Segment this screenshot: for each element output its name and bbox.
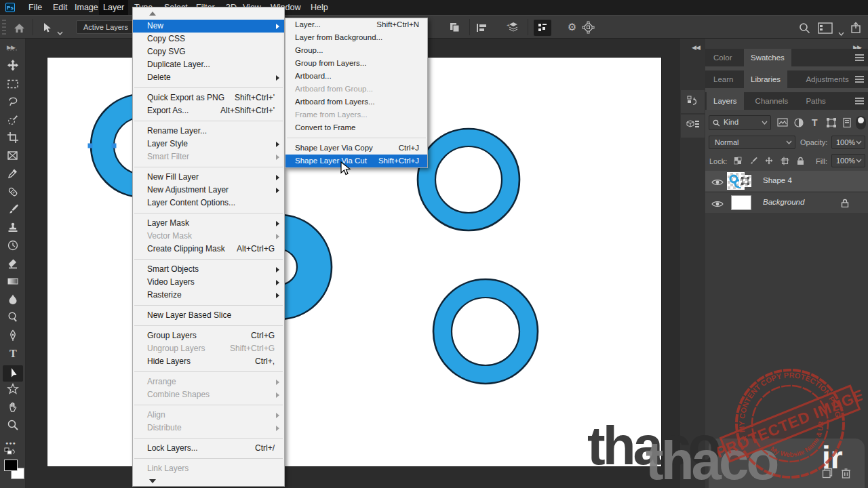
foreground-color-swatch[interactable] xyxy=(4,460,18,471)
tab-channels[interactable]: Channels xyxy=(749,92,795,110)
move-tool[interactable] xyxy=(7,60,19,72)
menu-item-new[interactable]: New xyxy=(133,20,284,33)
marquee-tool[interactable] xyxy=(7,78,19,90)
vector-mask-thumbnail[interactable] xyxy=(739,175,751,187)
chevron-down-icon[interactable] xyxy=(838,26,844,39)
menu-item-smart-filter[interactable]: Smart Filter xyxy=(133,150,284,163)
menu-item-delete[interactable]: Delete xyxy=(133,71,284,84)
opacity-value[interactable]: 100% xyxy=(831,136,865,149)
menu-item-export-as-[interactable]: Export As...Alt+Shift+Ctrl+' xyxy=(133,104,284,117)
pen-tool[interactable] xyxy=(7,329,19,342)
tab-learn[interactable]: Learn xyxy=(707,70,740,88)
collapse-panels-icon[interactable]: ◀◀ xyxy=(692,40,700,52)
history-brush-tool[interactable] xyxy=(7,239,19,251)
align-icon[interactable] xyxy=(476,23,487,35)
menu-item-new-fill-layer[interactable]: New Fill Layer xyxy=(133,171,284,184)
menu-item-hide-layers[interactable]: Hide LayersCtrl+, xyxy=(133,355,284,368)
history-panel-icon[interactable] xyxy=(681,90,705,113)
layer-row-shape4[interactable]: Shape 4 xyxy=(705,171,868,191)
menu-item-vector-mask[interactable]: Vector Mask xyxy=(133,230,284,243)
workspace-icon[interactable] xyxy=(818,22,833,37)
lock-all-icon[interactable] xyxy=(796,156,805,168)
menu-item-video-layers[interactable]: Video Layers xyxy=(133,276,284,289)
panel-menu-icon[interactable] xyxy=(855,76,864,83)
menu-item-group-from-layers-[interactable]: Group from Layers... xyxy=(285,57,427,70)
menu-item-quick-export-as-png[interactable]: Quick Export as PNGShift+Ctrl+' xyxy=(133,92,284,104)
search-icon[interactable] xyxy=(799,22,810,37)
eyedropper-tool[interactable] xyxy=(7,167,19,180)
menubar-item-edit[interactable]: Edit xyxy=(49,0,72,15)
menu-scroll-down[interactable] xyxy=(133,475,284,487)
menu-scroll-up[interactable] xyxy=(133,7,284,20)
pixel-layers-filter-icon[interactable] xyxy=(777,117,788,131)
swap-colors-icon[interactable] xyxy=(4,447,18,460)
more-tools-icon[interactable]: ●●● xyxy=(5,435,16,447)
tab-swatches[interactable]: Swatches xyxy=(744,49,791,66)
new-layer-icon[interactable] xyxy=(822,468,833,481)
tab-color[interactable]: Color xyxy=(707,49,738,66)
menu-item-link-layers[interactable]: Link Layers xyxy=(133,462,284,475)
menu-item-copy-svg[interactable]: Copy SVG xyxy=(133,45,284,58)
distribute-icon[interactable]: + xyxy=(507,22,520,37)
isolate-layers-button[interactable] xyxy=(534,20,551,36)
menu-item-frame-from-layers-[interactable]: Frame from Layers... xyxy=(285,108,427,121)
lock-artboard-icon[interactable] xyxy=(781,156,789,168)
path-select-tool[interactable] xyxy=(3,365,23,382)
menu-item-lock-layers-[interactable]: Lock Layers...Ctrl+/ xyxy=(133,442,284,455)
menu-item-new-adjustment-layer[interactable]: New Adjustment Layer xyxy=(133,184,284,197)
lock-pixels-icon[interactable] xyxy=(749,156,758,168)
fill-value[interactable]: 100% xyxy=(831,154,865,167)
adjustment-layers-filter-icon[interactable] xyxy=(793,117,804,131)
shape-layers-filter-icon[interactable] xyxy=(826,117,837,131)
eraser-tool[interactable] xyxy=(7,258,19,270)
menu-item-create-clipping-mask[interactable]: Create Clipping MaskAlt+Ctrl+G xyxy=(133,243,284,256)
menubar-item-image[interactable]: Image xyxy=(71,0,102,15)
chevron-down-icon[interactable] xyxy=(57,26,63,38)
3d-panel-icon[interactable] xyxy=(681,115,705,138)
menu-item-ungroup-layers[interactable]: Ungroup LayersShift+Ctrl+G xyxy=(133,342,284,355)
menubar-item-help[interactable]: Help xyxy=(307,0,332,15)
share-icon[interactable] xyxy=(850,22,861,36)
healing-tool[interactable] xyxy=(7,186,19,198)
menu-item-layer-from-background-[interactable]: Layer from Background... xyxy=(285,31,427,44)
menu-item-smart-objects[interactable]: Smart Objects xyxy=(133,263,284,276)
menu-item-artboard-from-group-[interactable]: Artboard from Group... xyxy=(285,83,427,96)
zoom-tool[interactable] xyxy=(7,419,19,431)
filter-kind-dropdown[interactable]: Kind xyxy=(709,115,771,130)
menu-item-shape-layer-via-copy[interactable]: Shape Layer Via CopyCtrl+J xyxy=(285,142,427,155)
photoshop-logo[interactable]: Ps xyxy=(5,3,15,12)
menubar-item-layer[interactable]: Layer xyxy=(99,0,128,15)
blur-tool[interactable] xyxy=(7,293,19,306)
frame-tool[interactable] xyxy=(7,150,19,162)
quick-select-tool[interactable] xyxy=(7,114,19,126)
lock-transparency-icon[interactable] xyxy=(734,156,743,168)
tab-adjustments[interactable]: Adjustments xyxy=(799,70,855,88)
tab-libraries[interactable]: Libraries xyxy=(744,70,787,88)
lock-position-icon[interactable] xyxy=(765,156,774,168)
menu-item-rasterize[interactable]: Rasterize xyxy=(133,289,284,302)
shape-tool[interactable] xyxy=(7,383,19,395)
menu-item-layer-content-options-[interactable]: Layer Content Options... xyxy=(133,197,284,209)
menu-item-artboard-[interactable]: Artboard... xyxy=(285,70,427,83)
tab-layers[interactable]: Layers xyxy=(707,92,744,110)
trash-icon[interactable] xyxy=(841,468,851,481)
panel-menu-icon[interactable] xyxy=(855,98,864,104)
menu-item-layer-[interactable]: Layer...Shift+Ctrl+N xyxy=(285,18,427,31)
visibility-eye-icon[interactable] xyxy=(711,177,724,189)
dodge-tool[interactable] xyxy=(7,311,19,323)
stack-icon[interactable] xyxy=(449,22,460,36)
crop-tool[interactable] xyxy=(7,131,19,144)
blend-mode-dropdown[interactable]: Normal xyxy=(709,136,795,149)
tab-paths[interactable]: Paths xyxy=(799,92,832,110)
home-icon[interactable] xyxy=(14,23,25,36)
menu-item-align[interactable]: Align xyxy=(133,409,284,422)
menu-item-layer-mask[interactable]: Layer Mask xyxy=(133,217,284,230)
lasso-tool[interactable] xyxy=(7,96,19,108)
menu-item-new-layer-based-slice[interactable]: New Layer Based Slice xyxy=(133,309,284,322)
menubar-item-file[interactable]: File xyxy=(24,0,46,15)
brush-tool[interactable] xyxy=(7,203,19,216)
stamp-tool[interactable] xyxy=(7,222,19,234)
gear-icon[interactable]: ⚙ xyxy=(568,21,576,33)
menu-item-combine-shapes[interactable]: Combine Shapes xyxy=(133,388,284,401)
panel-menu-icon[interactable] xyxy=(855,54,864,61)
